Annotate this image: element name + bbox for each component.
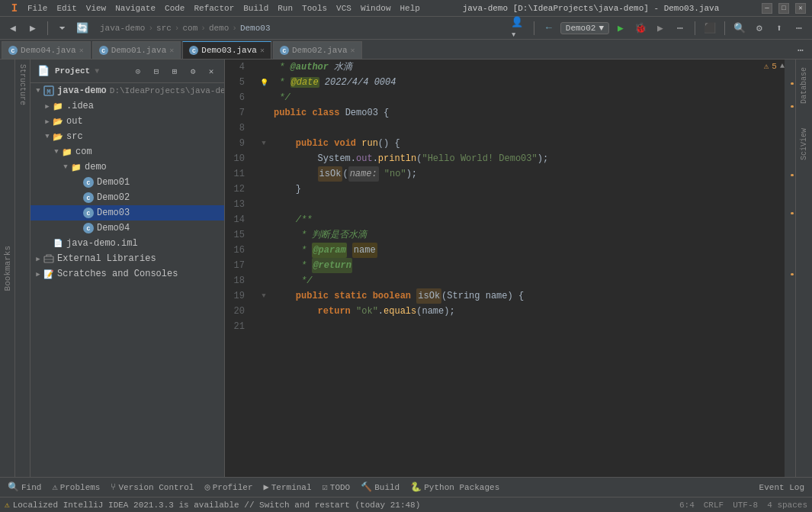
status-message[interactable]: Localized IntelliJ IDEA 2021.3.3 is avai… [13, 501, 676, 510]
sidebar-new-file-button[interactable]: 📄 [35, 63, 52, 79]
tree-item-java-demo[interactable]: ▼ M java-demo D:\IdeaProjects\java-demo [30, 83, 224, 98]
settings-button[interactable]: ⚙ [751, 20, 768, 37]
code-gutter: 💡 ▼ ▼ [257, 60, 271, 477]
sidebar-close[interactable]: ✕ [203, 63, 220, 79]
code-line-11: isOk(name: "no"); [274, 166, 785, 182]
tab-demo01-close[interactable]: ✕ [169, 46, 174, 55]
tab-demo03[interactable]: C Demo03.java ✕ [182, 41, 271, 59]
debug-button[interactable]: 🐞 [632, 20, 649, 37]
python-packages-button[interactable]: 🐍 Python Packages [406, 480, 504, 494]
menu-run[interactable]: Run [278, 4, 293, 13]
more-button[interactable]: ⋯ [791, 20, 807, 37]
run-with-coverage-button[interactable]: ▶ [652, 20, 669, 37]
code-line-21 [274, 319, 785, 334]
editor-scrollbar[interactable] [785, 60, 795, 477]
minimize-button[interactable]: ─ [762, 3, 772, 14]
stop-button[interactable]: ⬛ [701, 20, 718, 37]
line-ending[interactable]: CRLF [704, 501, 724, 510]
menu-build[interactable]: Build [243, 4, 268, 13]
sidebar-scroll-to-source[interactable]: ⊙ [130, 63, 146, 79]
sidebar-expand-all[interactable]: ⊞ [166, 63, 183, 79]
menu-navigate[interactable]: Navigate [115, 4, 156, 13]
more-run-options[interactable]: ⋯ [672, 20, 688, 37]
find-tool-button[interactable]: 🔍 Find [3, 480, 46, 494]
menu-refactor[interactable]: Refactor [194, 4, 234, 13]
build-label: Build [374, 483, 400, 492]
tree-item-com[interactable]: ▼ 📁 com [30, 144, 224, 159]
menu-view[interactable]: View [86, 4, 106, 13]
profiler-tool-button[interactable]: ◎ Profiler [200, 480, 257, 494]
breadcrumb-demo[interactable]: demo [209, 24, 229, 33]
sidebar-collapse-all[interactable]: ⊟ [148, 63, 165, 79]
tree-item-demo02[interactable]: C Demo02 [30, 190, 224, 205]
sciview-label[interactable]: SciView [798, 124, 810, 165]
idea-label: .idea [66, 101, 94, 111]
tree-item-scratches[interactable]: ▶ 📝 Scratches and Consoles [30, 266, 224, 282]
build-tool-button[interactable]: 🔨 Build [356, 480, 404, 494]
terminal-tool-button[interactable]: ▶ Terminal [259, 480, 316, 494]
close-button[interactable]: ✕ [795, 3, 806, 14]
code-content[interactable]: * @author 水滴 * @date 2022/4/4 0004 */ pu… [271, 60, 785, 477]
fold-5[interactable]: 💡 [257, 75, 271, 90]
sidebar-dropdown-arrow[interactable]: ▼ [95, 67, 99, 76]
menu-file[interactable]: File [27, 4, 47, 13]
tree-item-external-libs[interactable]: ▶ External Libraries [30, 251, 224, 266]
scratches-label: Scratches and Consoles [57, 269, 178, 279]
tree-item-out[interactable]: ▶ 📂 out [30, 114, 224, 129]
toolbar-forward-button[interactable]: ▶ [24, 20, 41, 37]
search-everywhere-button[interactable]: 🔍 [731, 20, 748, 37]
tab-demo02[interactable]: C Demo02.java ✕ [273, 41, 362, 59]
tree-item-idea[interactable]: ▶ 📁 .idea [30, 98, 224, 114]
tree-arrow-out: ▶ [43, 118, 52, 126]
tab-demo01[interactable]: C Demo01.java ✕ [92, 41, 181, 59]
tab-demo04[interactable]: C Demo04.java ✕ [2, 41, 91, 59]
menu-tools[interactable]: Tools [302, 4, 327, 13]
bookmarks-label[interactable]: Bookmarks [3, 246, 12, 291]
recent-files-tab-button[interactable]: ⋯ [792, 42, 809, 59]
breadcrumb-current[interactable]: Demo03 [240, 24, 271, 33]
structure-label[interactable]: Structure [16, 60, 29, 110]
menu-code[interactable]: Code [165, 4, 185, 13]
run-config-dropdown[interactable]: Demo02 ▼ [560, 22, 609, 34]
run-button[interactable]: ▶ [612, 20, 629, 37]
database-label[interactable]: Database [798, 63, 810, 108]
menu-edit[interactable]: Edit [56, 4, 76, 13]
breadcrumb-com[interactable]: com [182, 24, 197, 33]
indent-setting[interactable]: 4 spaces [767, 501, 807, 510]
tree-item-demo04[interactable]: C Demo04 [30, 221, 224, 236]
breadcrumb-project[interactable]: java-demo [100, 24, 145, 33]
toolbar-sync[interactable]: 🔄 [74, 20, 91, 37]
menu-window[interactable]: Window [361, 4, 391, 13]
toolbar-nav-back[interactable]: ← [541, 20, 557, 37]
update-button[interactable]: ⬆ [771, 20, 788, 37]
tree-item-iml[interactable]: 📄 java-demo.iml [30, 236, 224, 251]
code-line-6: */ [274, 90, 785, 105]
tab-demo03-close[interactable]: ✕ [260, 46, 265, 55]
tree-item-src[interactable]: ▼ 📂 src [30, 129, 224, 144]
tab-demo02-close[interactable]: ✕ [351, 46, 355, 55]
tab-demo04-close[interactable]: ✕ [79, 46, 84, 55]
todo-tool-button[interactable]: ☑ TODO [318, 480, 355, 494]
problems-tool-button[interactable]: ⚠ Problems [47, 480, 104, 494]
java-demo-path: D:\IdeaProjects\java-demo [110, 86, 224, 95]
maximize-button[interactable]: □ [778, 3, 789, 14]
vcs-tool-button[interactable]: ⑂ Version Control [106, 481, 198, 494]
tree-item-demo03[interactable]: C Demo03 [30, 205, 224, 221]
breadcrumb-src[interactable]: src [156, 24, 172, 33]
menu-help[interactable]: Help [400, 4, 420, 13]
toolbar-back-button[interactable]: ◀ [5, 20, 21, 37]
toolbar-recent-files[interactable]: ⏷ [54, 20, 71, 37]
toolbar-account-button[interactable]: 👤▾ [511, 20, 528, 37]
tree-item-demo01[interactable]: C Demo01 [30, 175, 224, 190]
menu-vcs[interactable]: VCS [336, 4, 351, 13]
menu-bar: File Edit View Navigate Code Refactor Bu… [27, 4, 420, 13]
todo-label: TODO [330, 483, 350, 492]
event-log-button[interactable]: Event Log [755, 481, 809, 494]
fold-19[interactable]: ▼ [257, 288, 271, 304]
tree-item-demo[interactable]: ▼ 📁 demo [30, 159, 224, 175]
toolbar-separator-3 [695, 21, 695, 35]
sidebar-settings[interactable]: ⚙ [185, 63, 201, 79]
cursor-position[interactable]: 6:4 [679, 501, 695, 510]
fold-9[interactable]: ▼ [257, 136, 271, 151]
encoding[interactable]: UTF-8 [733, 501, 758, 510]
